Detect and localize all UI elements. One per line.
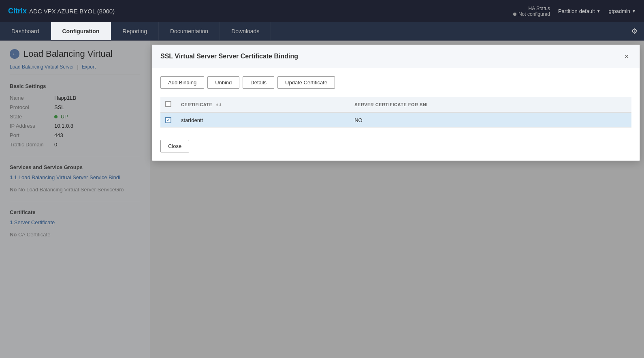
- nav-tabs: Dashboard Configuration Reporting Docume…: [0, 22, 644, 41]
- col-sni: SERVER CERTIFICATE FOR SNI: [350, 97, 631, 112]
- sort-arrows-icon: ⬆⬇: [215, 103, 222, 107]
- brand-citrix: Citrix: [8, 7, 27, 15]
- tab-configuration[interactable]: Configuration: [51, 22, 111, 40]
- user-name: gtpadmin: [609, 8, 630, 14]
- topbar: Citrix ADC VPX AZURE BYOL (8000) HA Stat…: [0, 0, 644, 22]
- col-certificate[interactable]: CERTIFICATE ⬆⬇: [176, 97, 350, 112]
- ha-status-text: Not configured: [518, 11, 550, 17]
- close-button[interactable]: Close: [160, 140, 189, 152]
- unbind-button[interactable]: Unbind: [207, 76, 239, 89]
- brand-product: ADC VPX AZURE BYOL (8000): [29, 8, 115, 15]
- header-checkbox-cell: [160, 97, 176, 112]
- partition-value: default: [579, 8, 595, 14]
- table-header-row: CERTIFICATE ⬆⬇ SERVER CERTIFICATE FOR SN…: [160, 97, 631, 112]
- ha-status-value: Not configured: [513, 11, 550, 17]
- binding-table: CERTIFICATE ⬆⬇ SERVER CERTIFICATE FOR SN…: [160, 97, 631, 128]
- update-certificate-button[interactable]: Update Certificate: [277, 76, 335, 89]
- row-checkbox[interactable]: [165, 117, 171, 123]
- col-certificate-label: CERTIFICATE: [181, 102, 212, 107]
- navtabs-right: ⚙: [631, 22, 644, 40]
- modal-body: Add Binding Unbind Details Update Certif…: [152, 68, 640, 136]
- topbar-right: HA Status Not configured Partition defau…: [513, 6, 636, 17]
- tab-dashboard[interactable]: Dashboard: [0, 22, 51, 40]
- tab-downloads-label: Downloads: [231, 28, 259, 34]
- chevron-down-icon: ▼: [597, 9, 601, 13]
- ssl-binding-modal: SSL Virtual Server Server Certificate Bi…: [152, 45, 640, 161]
- close-icon[interactable]: ×: [622, 51, 631, 61]
- user-menu[interactable]: gtpadmin ▼: [609, 8, 636, 14]
- tab-documentation-label: Documentation: [170, 28, 208, 34]
- modal-header: SSL Virtual Server Server Certificate Bi…: [152, 45, 640, 68]
- brand: Citrix ADC VPX AZURE BYOL (8000): [8, 7, 115, 15]
- gear-icon[interactable]: ⚙: [631, 27, 638, 36]
- modal-footer: Close: [152, 136, 640, 161]
- cell-sni: NO: [350, 112, 631, 128]
- header-checkbox[interactable]: [165, 101, 171, 107]
- modal-title: SSL Virtual Server Server Certificate Bi…: [160, 53, 298, 60]
- ha-status-label: HA Status: [529, 6, 550, 11]
- ha-dot-icon: [513, 13, 516, 16]
- cell-certificate: starIdentt: [176, 112, 350, 128]
- tab-dashboard-label: Dashboard: [11, 28, 39, 34]
- table-row[interactable]: starIdentt NO: [160, 112, 631, 128]
- partition-label: Partition: [558, 8, 578, 14]
- col-sni-label: SERVER CERTIFICATE FOR SNI: [354, 102, 428, 107]
- ha-status: HA Status Not configured: [513, 6, 550, 17]
- tab-reporting-label: Reporting: [122, 28, 147, 34]
- add-binding-button[interactable]: Add Binding: [160, 76, 204, 89]
- tab-documentation[interactable]: Documentation: [159, 22, 220, 40]
- partition-selector[interactable]: Partition default ▼: [558, 8, 601, 14]
- details-button[interactable]: Details: [243, 76, 274, 89]
- tab-downloads[interactable]: Downloads: [220, 22, 271, 40]
- row-checkbox-cell: [160, 112, 176, 128]
- chevron-down-icon: ▼: [632, 9, 636, 13]
- modal-actions: Add Binding Unbind Details Update Certif…: [160, 76, 631, 89]
- tab-configuration-label: Configuration: [62, 28, 100, 34]
- tab-reporting[interactable]: Reporting: [111, 22, 159, 40]
